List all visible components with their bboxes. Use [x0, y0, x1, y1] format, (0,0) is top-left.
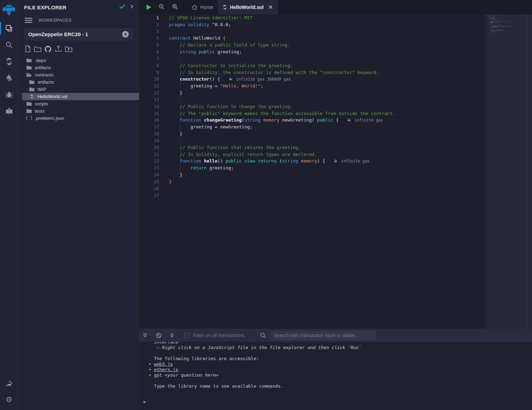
- code-area[interactable]: 1// SPDX-License-Identifier: MIT2pragma …: [139, 14, 485, 329]
- code-line-8[interactable]: 8 // Constructor to initialize the greet…: [139, 62, 485, 69]
- new-file-icon[interactable]: [25, 45, 31, 52]
- new-folder-icon[interactable]: [34, 46, 41, 52]
- sidebar-item-file-explorer[interactable]: [0, 20, 18, 36]
- folder-open-icon: [26, 73, 32, 77]
- line-number: 21: [139, 151, 159, 158]
- tree-item-artifacts[interactable]: artifacts: [18, 78, 139, 86]
- file-tree: .depsartifactscontractsartifactsWIPHello…: [18, 57, 139, 122]
- tree-item-wip[interactable]: WIP: [18, 86, 139, 93]
- code-line-26[interactable]: 26: [139, 185, 485, 192]
- sidebar-item-deploy-run[interactable]: [0, 70, 18, 86]
- zoom-out-icon[interactable]: [159, 4, 164, 11]
- tree-item-scripts[interactable]: scripts: [18, 100, 139, 107]
- editor-tabbar: Home HelloWorld.sol ✕: [139, 0, 532, 14]
- line-number: 4: [139, 35, 159, 42]
- code-line-19[interactable]: 19: [139, 137, 485, 144]
- workspace-ok-icon[interactable]: [119, 4, 125, 10]
- listen-transactions-label: listen on all transactions: [193, 333, 244, 338]
- panel-expand-icon[interactable]: [130, 4, 134, 10]
- terminal-line: • web3.js: [143, 361, 532, 367]
- code-line-3[interactable]: 3: [139, 28, 485, 35]
- folder-icon: [26, 58, 32, 63]
- code-line-15[interactable]: 15 // The "public" keyword makes the fun…: [139, 110, 485, 117]
- line-number: 22: [139, 158, 159, 165]
- code-line-21[interactable]: 21 // In Solidity, explicit return types…: [139, 151, 485, 158]
- gas-pump-icon: [508, 27, 508, 27]
- tree-item-helloworld-sol[interactable]: HelloWorld.sol: [22, 93, 139, 100]
- code-line-1[interactable]: 1// SPDX-License-Identifier: MIT: [139, 14, 485, 21]
- sidebar-item-debugger[interactable]: [0, 86, 18, 103]
- line-number: 8: [139, 62, 159, 69]
- folder-icon: [29, 80, 34, 84]
- code-line-4[interactable]: 4contract HelloWorld {: [139, 35, 485, 42]
- line-number: 27: [139, 192, 159, 199]
- terminal-prompt[interactable]: >: [143, 399, 532, 404]
- listen-transactions-checkbox[interactable]: [184, 333, 190, 338]
- tab-helloworld-label: HelloWorld.sol: [230, 4, 264, 10]
- workspaces-label: WORKSPACES: [39, 18, 72, 23]
- line-number: 10: [139, 76, 159, 83]
- zoom-in-icon[interactable]: [172, 4, 178, 11]
- sidebar-item-settings[interactable]: ⚙: [0, 391, 18, 408]
- upload-folder-icon[interactable]: [65, 46, 72, 52]
- minimap[interactable]: // SPDX-License-Identifier: MITpragma so…: [485, 14, 532, 329]
- code-line-14[interactable]: 14 // Public function to change the gree…: [139, 103, 485, 110]
- code-line-27[interactable]: [489, 34, 526, 35]
- workspace-select[interactable]: OpenZeppelin ERC20 - 1: [24, 28, 133, 41]
- tree-item-artifacts[interactable]: artifacts: [18, 64, 139, 71]
- solidity-compiler-icon: [6, 57, 13, 65]
- tree-item-tests[interactable]: tests: [18, 107, 139, 115]
- code-line-25[interactable]: 25}: [139, 178, 485, 185]
- line-number: 5: [139, 42, 159, 49]
- sidebar-item-plugin-manager[interactable]: [0, 375, 18, 391]
- terminal-output[interactable]: interface – Right click on a JavaScript …: [139, 342, 532, 410]
- gas-pump-icon: [507, 31, 507, 31]
- remix-logo-icon[interactable]: [0, 0, 18, 20]
- terminal: 0 listen on all transactions interface –…: [139, 329, 532, 410]
- code-line-9[interactable]: 9 // In Solidity, the constructor is def…: [139, 69, 485, 76]
- code-line-24[interactable]: 24 }: [139, 171, 485, 178]
- tab-helloworld-sol[interactable]: HelloWorld.sol ✕: [218, 0, 277, 14]
- upload-file-icon[interactable]: [55, 45, 62, 52]
- line-number: 18: [139, 130, 159, 137]
- terminal-search-icon: [260, 333, 266, 338]
- gas-estimate-hint: infinite gas: [334, 159, 370, 164]
- clear-console-icon[interactable]: [156, 333, 162, 338]
- code-line-20[interactable]: 20 // Public function that returns the g…: [139, 144, 485, 151]
- github-icon[interactable]: [44, 45, 52, 53]
- terminal-link[interactable]: web3.js: [154, 361, 173, 367]
- tree-item--prettierrc-json[interactable]: { }.prettierrc.json: [18, 115, 139, 122]
- close-tab-icon[interactable]: ✕: [268, 4, 273, 10]
- tree-item-contracts[interactable]: contracts: [18, 71, 139, 78]
- code-line-12[interactable]: 12 }: [139, 90, 485, 96]
- code-line-11[interactable]: 11 greeting = "Hello, World!";: [139, 83, 485, 90]
- code-line-10[interactable]: 10 constructor() { infinite gas 368600 g…: [139, 76, 485, 83]
- code-line-7[interactable]: 7: [139, 55, 485, 62]
- folder-icon: [26, 109, 32, 113]
- sidebar-item-solidity-compiler[interactable]: [0, 53, 18, 70]
- terminal-expand-icon[interactable]: [142, 333, 148, 338]
- workspaces-menu-icon[interactable]: [25, 17, 32, 24]
- tab-home[interactable]: Home: [187, 0, 218, 14]
- tree-item--deps[interactable]: .deps: [18, 57, 139, 64]
- code-line-23[interactable]: 23 return greeting;: [139, 165, 485, 171]
- code-line-5[interactable]: 5 // Declare a public field of type stri…: [139, 42, 485, 49]
- code-line-13[interactable]: 13: [139, 96, 485, 103]
- code-line-16[interactable]: 16 function changeGreeting(string memory…: [139, 117, 485, 124]
- file-explorer-toolbar: [18, 41, 139, 55]
- terminal-search-input[interactable]: [270, 331, 376, 340]
- sidebar-item-search[interactable]: [0, 36, 18, 53]
- sidebar-item-learn[interactable]: [0, 103, 18, 119]
- gas-estimate-hint: infinite gas: [348, 118, 383, 123]
- terminal-link[interactable]: ethers.js: [154, 367, 178, 372]
- code-line-6[interactable]: 6 string public greeting;: [139, 49, 485, 55]
- code-line-2[interactable]: 2pragma solidity ^0.8.0;: [139, 21, 485, 28]
- code-line-17[interactable]: 17 greeting = newGreeting;: [139, 124, 485, 130]
- minimap-separator: [527, 14, 528, 329]
- code-line-18[interactable]: 18 }: [139, 130, 485, 137]
- line-number: 14: [139, 103, 159, 110]
- code-line-22[interactable]: 22 function hello() public view returns …: [139, 158, 485, 165]
- code-line-27[interactable]: 27: [139, 192, 485, 199]
- run-script-button[interactable]: [147, 4, 151, 10]
- tree-item-label: HelloWorld.sol: [38, 94, 67, 99]
